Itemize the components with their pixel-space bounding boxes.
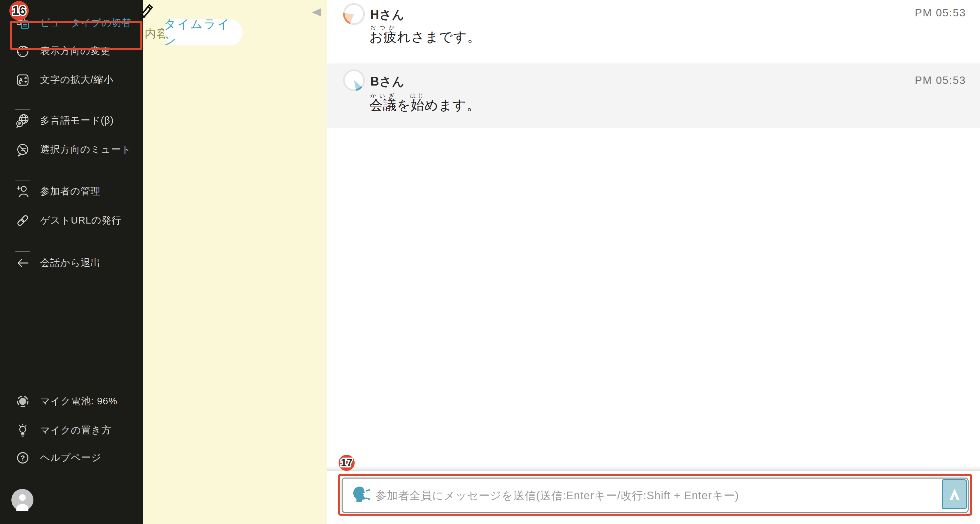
- sidebar-item-label: 表示方向の変更: [40, 44, 111, 58]
- lightbulb-icon: [15, 423, 30, 438]
- sidebar-divider: [15, 180, 30, 181]
- sidebar-item-label: ゲストURLの発行: [40, 214, 122, 227]
- message-input-container: [342, 478, 969, 513]
- sidebar-item-rotate[interactable]: 表示方向の変更: [0, 40, 143, 62]
- sidebar-item-text-size[interactable]: A A 文字の拡大/縮小: [0, 69, 143, 91]
- sidebar: ビュータイプの切替 表示方向の変更 A A 文字の拡大/縮小 多言語モード(β)…: [0, 0, 143, 524]
- sidebar-item-label: マイク電池: 96%: [40, 395, 117, 408]
- annotation-badge-16: 16 16: [10, 1, 29, 21]
- tab-timeline-label: タイムライン: [164, 16, 243, 49]
- sidebar-item-globe-chat[interactable]: 多言語モード(β): [0, 110, 143, 131]
- speaker-name: Bさん: [370, 73, 405, 90]
- mute-chat-icon: [15, 142, 30, 157]
- link-icon: [15, 213, 30, 228]
- person-add-icon: [15, 184, 30, 199]
- sidebar-item-label: 選択方向のミュート: [40, 143, 131, 156]
- message-row: BさんPM 05:53会議かいぎを始はじめます。: [327, 64, 980, 128]
- text-size-icon: A A: [15, 73, 30, 87]
- edit-pencil-icon[interactable]: [138, 2, 154, 21]
- sidebar-item-label: 多言語モード(β): [40, 114, 114, 127]
- sidebar-item-help[interactable]: ?ヘルプページ: [0, 447, 143, 468]
- arrow-left-icon: [15, 256, 30, 270]
- sidebar-item-label: 文字の拡大/縮小: [40, 73, 114, 87]
- message-row: HさんPM 05:53お疲おつかれさまです。: [327, 0, 980, 64]
- message-timestamp: PM 05:53: [915, 74, 966, 87]
- sidebar-divider: [15, 251, 30, 252]
- sidebar-item-label: マイクの置き方: [40, 424, 111, 437]
- composer-separator: [327, 466, 980, 471]
- sidebar-item-arrow-left[interactable]: 会話から退出: [0, 252, 143, 274]
- rotate-icon: [15, 44, 30, 59]
- annotation-badge-17: 17 17: [339, 455, 355, 471]
- message-text: お疲おつかれさまです。: [369, 25, 481, 46]
- speaker-name: Hさん: [370, 7, 405, 23]
- message-text: 会議かいぎを始はじめます。: [369, 93, 480, 114]
- sidebar-item-label: 参加者の管理: [40, 185, 100, 198]
- sidebar-item-mute-chat[interactable]: 選択方向のミュート: [0, 139, 143, 160]
- sidebar-item-mic-battery: マイク電池: 96%: [0, 391, 143, 412]
- speaker-pie-avatar: [343, 69, 365, 93]
- sidebar-divider: [15, 109, 30, 110]
- svg-text:A: A: [19, 81, 21, 85]
- help-icon: ?: [15, 451, 30, 465]
- sidebar-item-lightbulb[interactable]: マイクの置き方: [0, 420, 143, 441]
- sidebar-item-person-add[interactable]: 参加者の管理: [0, 181, 143, 202]
- send-button[interactable]: [942, 479, 967, 509]
- sidebar-item-label: ヘルプページ: [40, 451, 101, 465]
- chat-timeline: HさんPM 05:53お疲おつかれさまです。 BさんPM 05:53会議かいぎを…: [327, 0, 980, 524]
- send-arrow-icon: [948, 487, 961, 502]
- sidebar-item-link[interactable]: ゲストURLの発行: [0, 210, 143, 231]
- speaker-pie-avatar: [343, 3, 365, 27]
- mic-battery-icon: [15, 394, 30, 409]
- sidebar-item-label: ビュータイプの切替: [40, 16, 132, 30]
- sidebar-item-label: 会話から退出: [40, 256, 100, 270]
- message-timestamp: PM 05:53: [915, 7, 966, 19]
- speaking-head-icon: [351, 485, 371, 506]
- app-root: の内容 タイムライン ビュータイプの切替 表示方向の変更 A A 文字の拡大/縮…: [0, 0, 980, 524]
- globe-chat-icon: [15, 113, 30, 128]
- tab-timeline[interactable]: タイムライン: [164, 19, 243, 46]
- user-avatar[interactable]: [11, 489, 33, 512]
- message-input[interactable]: [375, 478, 941, 513]
- memo-panel: [143, 0, 327, 524]
- svg-text:?: ?: [21, 454, 25, 462]
- collapse-panel-icon[interactable]: [312, 8, 321, 16]
